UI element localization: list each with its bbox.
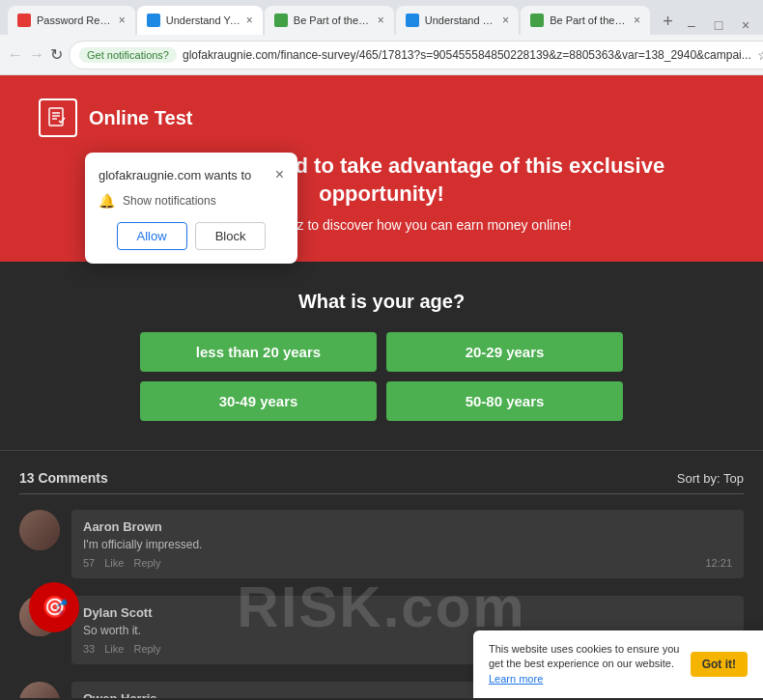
comment-body-0: Aaron Brown I'm officially impressed. 57… (71, 510, 744, 578)
back-button[interactable]: ← (8, 42, 23, 69)
tab-label-5: Be Part of the Fin... (550, 14, 628, 26)
comment-like-btn-0[interactable]: Like (104, 557, 124, 569)
minimize-button[interactable]: – (682, 15, 701, 35)
notification-popup-header: glofakraugnie.com wants to × (99, 166, 284, 183)
site-logo-icon: 🎯 (42, 595, 68, 620)
browser-content: glofakraugnie.com wants to × 🔔 Show noti… (0, 75, 763, 698)
comment-like-btn-1[interactable]: Like (104, 643, 124, 655)
comment-likes-1: 33 (83, 643, 95, 655)
notification-popup-title: glofakraugnie.com wants to (99, 168, 251, 182)
site-logo: 🎯 (29, 582, 79, 632)
cookie-accept-button[interactable]: Got it! (691, 652, 748, 677)
comment-reply-btn-0[interactable]: Reply (133, 557, 160, 569)
comments-count: 13 Comments (19, 470, 108, 486)
comments-sort: Sort by: Top (677, 471, 744, 486)
tab-close-1[interactable]: × (119, 14, 126, 27)
tab-close-5[interactable]: × (634, 14, 640, 27)
age-question: What is your age? (19, 291, 744, 313)
age-section: What is your age? less than 20 years 20-… (0, 262, 763, 450)
cookie-learn-more-link[interactable]: Learn more (489, 673, 543, 685)
comment-reply-btn-1[interactable]: Reply (133, 643, 160, 655)
comment-footer-0: 57 Like Reply 12:21 (83, 557, 732, 569)
age-btn-2[interactable]: 30-49 years (140, 381, 377, 421)
comment-name-1: Dylan Scott (83, 605, 732, 620)
online-test-icon (39, 98, 77, 137)
cookie-text-content: This website uses cookies to ensure you … (489, 643, 680, 669)
tab-label-4: Understand You... (425, 14, 496, 26)
tab-close-4[interactable]: × (502, 14, 509, 27)
age-buttons: less than 20 years 20-29 years 30-49 yea… (140, 332, 623, 421)
age-btn-3[interactable]: 50-80 years (386, 381, 623, 421)
bookmark-icon[interactable]: ☆ (757, 47, 763, 63)
comment-time-0: 12:21 (705, 557, 732, 569)
online-test-label: Online Test (89, 107, 192, 129)
tab-label-1: Password Requir... (37, 14, 113, 26)
comment-actions-1: 33 Like Reply (83, 643, 161, 655)
url-text: glofakraugnie.com/finance-survey/465/178… (183, 48, 751, 62)
tab-favicon-1 (17, 14, 31, 27)
age-btn-1[interactable]: 20-29 years (386, 332, 623, 372)
cookie-banner: This website uses cookies to ensure you … (473, 630, 763, 698)
tab-2[interactable]: Understand Your... × (137, 6, 263, 35)
secure-badge[interactable]: Get notifications? (79, 47, 177, 63)
comment-text-0: I'm officially impressed. (83, 538, 732, 551)
tab-favicon-2 (147, 14, 160, 27)
allow-button[interactable]: Allow (117, 222, 187, 250)
block-button[interactable]: Block (195, 222, 267, 250)
avatar-0 (19, 510, 60, 550)
tab-label-3: Be Part of the Fin... (294, 14, 372, 26)
tab-5[interactable]: Be Part of the Fin... × (521, 6, 650, 35)
comment-item-0: Aaron Brown I'm officially impressed. 57… (19, 510, 744, 578)
bell-icon: 🔔 (99, 193, 115, 209)
new-tab-button[interactable]: + (656, 8, 680, 35)
age-btn-0[interactable]: less than 20 years (140, 332, 377, 372)
cookie-text: This website uses cookies to ensure you … (489, 642, 681, 686)
tab-3[interactable]: Be Part of the Fin... × (265, 6, 394, 35)
refresh-button[interactable]: ↻ (50, 42, 63, 69)
comment-actions-0: 57 Like Reply (83, 557, 161, 569)
notification-close-button[interactable]: × (275, 166, 284, 183)
notification-popup: glofakraugnie.com wants to × 🔔 Show noti… (85, 153, 297, 264)
tab-favicon-3 (274, 14, 288, 27)
window-controls: – □ × (682, 15, 755, 35)
notification-text: Show notifications (123, 194, 216, 208)
tab-favicon-4 (406, 14, 419, 27)
nav-bar: ← → ↻ Get notifications? glofakraugnie.c… (0, 35, 763, 75)
browser-chrome: Password Requir... × Understand Your... … (0, 0, 763, 75)
banner-top: Online Test (39, 98, 724, 137)
notification-buttons: Allow Block (99, 222, 284, 250)
comment-likes-0: 57 (83, 557, 95, 569)
tab-bar: Password Requir... × Understand Your... … (0, 0, 763, 35)
tab-label-2: Understand Your... (166, 14, 240, 26)
comment-name-0: Aaron Brown (83, 519, 732, 534)
tab-close-2[interactable]: × (246, 14, 253, 27)
tab-4[interactable]: Understand You... × (396, 6, 519, 35)
avatar-2 (19, 682, 60, 698)
address-bar[interactable]: Get notifications? glofakraugnie.com/fin… (69, 41, 763, 70)
comments-header: 13 Comments Sort by: Top (19, 470, 744, 494)
tab-1[interactable]: Password Requir... × (8, 6, 135, 35)
maximize-button[interactable]: □ (709, 15, 728, 35)
tab-close-3[interactable]: × (378, 14, 384, 27)
close-button[interactable]: × (736, 15, 755, 35)
forward-button[interactable]: → (29, 42, 44, 69)
notification-row: 🔔 Show notifications (99, 193, 284, 209)
tab-favicon-5 (530, 14, 544, 27)
